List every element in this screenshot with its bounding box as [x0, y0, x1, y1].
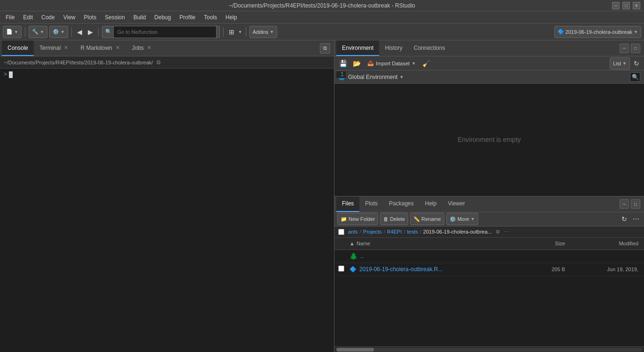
menu-view[interactable]: View: [60, 13, 79, 22]
menu-tools[interactable]: Tools: [200, 13, 221, 22]
go-to-file-input[interactable]: [113, 26, 217, 38]
file-modified-0: Jun 19, 2019,: [565, 266, 640, 272]
files-header-modified[interactable]: Modified: [565, 241, 640, 246]
delete-label: Delete: [390, 216, 405, 222]
layout-button[interactable]: ⊞: [227, 26, 236, 38]
maximize-button[interactable]: □: [622, 2, 630, 9]
environment-toolbar: 💾 📂 📥 Import Dataset ▼ 🧹 List ▼: [334, 56, 644, 70]
parent-dir-row[interactable]: 🌲 ..: [334, 250, 644, 263]
menu-edit[interactable]: Edit: [19, 13, 37, 22]
right-top-minimize-button[interactable]: ─: [620, 44, 629, 53]
scrollbar-thumb[interactable]: [336, 348, 374, 352]
new-folder-button[interactable]: 📁 New Folder: [337, 213, 378, 225]
close-button[interactable]: ✕: [633, 2, 640, 9]
import-arrow: ▼: [411, 61, 416, 66]
window-title: ~/Documents/Projects/R4EPI/tests/2019-06…: [229, 2, 415, 9]
menu-code[interactable]: Code: [38, 13, 59, 22]
console-cursor: [9, 71, 13, 78]
forward-button[interactable]: ▶: [86, 26, 95, 38]
files-table: ▲ Name Size Modified 🌲 ..: [334, 238, 644, 347]
tab-help[interactable]: Help: [419, 196, 442, 212]
folder-icon: 📁: [341, 216, 347, 222]
tab-console[interactable]: Console: [2, 40, 34, 56]
tab-plots[interactable]: Plots: [359, 196, 383, 212]
dropdown-arrow-proj: ▼: [40, 30, 44, 34]
separator-4: [223, 27, 224, 37]
breadcrumb-link-ants[interactable]: ants: [348, 229, 358, 235]
tab-history[interactable]: History: [379, 40, 408, 56]
files-more-options[interactable]: ⋯: [631, 213, 641, 225]
parent-dir-name[interactable]: ..: [360, 253, 364, 259]
menu-session[interactable]: Session: [101, 13, 129, 22]
files-select-all-checkbox[interactable]: [338, 229, 344, 235]
left-panel-popout-button[interactable]: ⧉: [320, 43, 330, 54]
import-dataset-button[interactable]: 📥 Import Dataset ▼: [365, 59, 419, 67]
line-number: 1: [336, 71, 346, 78]
go-icon: 🔍: [105, 29, 112, 35]
rename-label: Rename: [421, 216, 441, 222]
right-bottom-maximize-button[interactable]: □: [631, 199, 640, 209]
menu-file[interactable]: File: [2, 13, 18, 22]
jobs-close-icon[interactable]: ✕: [146, 45, 152, 51]
breadcrumb-link-projects[interactable]: Projects: [363, 229, 382, 235]
bottom-scrollbar[interactable]: [334, 346, 644, 352]
file-name-0[interactable]: 2019-06-19-cholera-outbreak.R...: [359, 266, 528, 273]
env-refresh-button[interactable]: ↻: [632, 57, 641, 70]
tab-jobs[interactable]: Jobs ✕: [126, 40, 158, 56]
env-search-button[interactable]: 🔍: [630, 72, 640, 82]
files-tab-label: Files: [342, 200, 354, 207]
tab-viewer[interactable]: Viewer: [442, 196, 470, 212]
right-top-tab-actions: ─ □: [618, 40, 642, 56]
scrollbar-track[interactable]: [336, 348, 642, 352]
files-header-size[interactable]: Size: [528, 241, 565, 246]
tab-files[interactable]: Files: [336, 196, 359, 212]
right-top-maximize-button[interactable]: □: [631, 44, 640, 53]
env-clear-button[interactable]: 🧹: [420, 57, 432, 70]
layout-dropdown-arrow: ▼: [238, 30, 242, 34]
rename-button[interactable]: ✏️ Rename: [410, 213, 444, 225]
breadcrumb-link-r4epi[interactable]: R4EPI: [387, 229, 402, 235]
file-check-input-0[interactable]: [338, 266, 344, 272]
main-layout: Console Terminal ✕ R Markdown ✕ Jobs ✕ ⧉…: [0, 40, 644, 352]
files-header-name[interactable]: ▲ Name: [349, 241, 528, 246]
right-bottom-tab-bar: Files Plots Packages Help Viewer ─ □: [334, 196, 644, 212]
options-button[interactable]: ⚙️ ▼: [49, 26, 68, 38]
go-to-file-button[interactable]: 🔍: [102, 26, 220, 38]
global-env-label: Global Environment: [348, 74, 397, 80]
console-area[interactable]: >: [0, 69, 334, 352]
env-load-button[interactable]: 📂: [351, 57, 363, 70]
new-file-button[interactable]: 📄 ▼: [3, 26, 22, 38]
tab-packages[interactable]: Packages: [383, 196, 419, 212]
name-column-label: Name: [357, 241, 370, 246]
menu-plots[interactable]: Plots: [80, 13, 101, 22]
file-checkbox-0: [338, 266, 349, 273]
more-arrow: ▼: [471, 217, 475, 221]
dropdown-arrow-new: ▼: [14, 30, 18, 34]
file-row-0[interactable]: 🔷 2019-06-19-cholera-outbreak.R... 205 B…: [334, 263, 644, 276]
delete-button[interactable]: 🗑 Delete: [380, 213, 408, 225]
more-button[interactable]: ⚙️ More ▼: [446, 213, 478, 225]
more-icon: ⚙️: [450, 216, 456, 222]
global-env-selector[interactable]: Global Environment ▼: [348, 74, 403, 80]
menu-help[interactable]: Help: [222, 13, 241, 22]
left-tab-bar: Console Terminal ✕ R Markdown ✕ Jobs ✕ ⧉: [0, 40, 334, 56]
menu-build[interactable]: Build: [130, 13, 150, 22]
project-selector-button[interactable]: 🔷 2019-06-19-cholera-outbreak ▼: [554, 26, 641, 38]
breadcrumb-link-tests[interactable]: tests: [407, 229, 418, 235]
terminal-close-icon[interactable]: ✕: [63, 45, 69, 51]
menu-debug[interactable]: Debug: [151, 13, 175, 22]
minimize-button[interactable]: ─: [612, 2, 620, 9]
tab-rmarkdown[interactable]: R Markdown ✕: [75, 40, 126, 56]
rmarkdown-close-icon[interactable]: ✕: [115, 45, 121, 51]
open-project-button[interactable]: 🔧 ▼: [29, 26, 47, 38]
menu-profile[interactable]: Profile: [176, 13, 199, 22]
right-bottom-minimize-button[interactable]: ─: [620, 199, 629, 209]
list-view-button[interactable]: List ▼: [610, 57, 630, 70]
tab-terminal[interactable]: Terminal ✕: [34, 40, 75, 56]
tab-connections[interactable]: Connections: [408, 40, 451, 56]
back-button[interactable]: ◀: [75, 26, 84, 38]
env-save-button[interactable]: 💾: [337, 57, 349, 70]
addins-button[interactable]: Addins ▼: [249, 26, 278, 38]
files-refresh-button[interactable]: ↻: [620, 213, 629, 225]
tab-environment[interactable]: Environment: [336, 40, 379, 56]
